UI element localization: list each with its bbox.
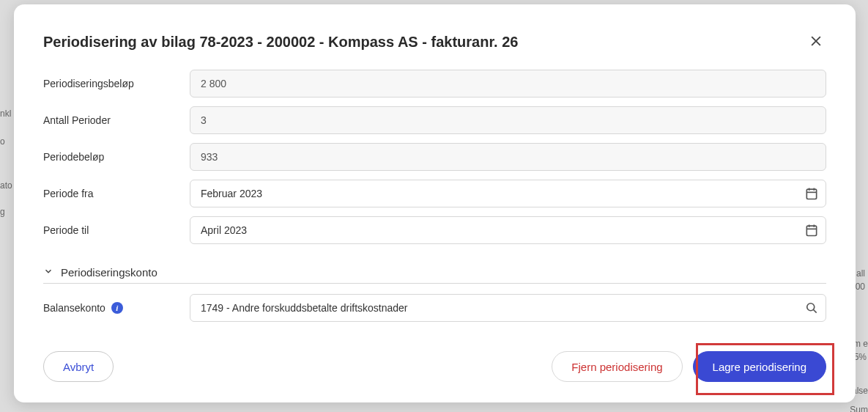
bg-text: ato <box>0 180 12 191</box>
save-periodisering-button[interactable]: Lagre periodisering <box>693 351 826 382</box>
label-to: Periode til <box>43 224 190 236</box>
modal-header: Periodisering av bilag 78-2023 - 200002 … <box>43 31 826 54</box>
close-icon <box>809 40 823 51</box>
svg-line-11 <box>814 310 817 313</box>
modal-title: Periodisering av bilag 78-2023 - 200002 … <box>43 34 518 51</box>
input-to[interactable] <box>190 216 826 244</box>
close-button[interactable] <box>806 31 826 54</box>
row-amount: Periodiseringsbeløp <box>43 70 826 98</box>
remove-periodisering-button[interactable]: Fjern periodisering <box>552 351 682 382</box>
divider <box>43 283 826 284</box>
label-period-amount: Periodebeløp <box>43 151 190 163</box>
input-amount[interactable] <box>190 70 826 98</box>
modal-footer: Avbryt Fjern periodisering Lagre periodi… <box>43 336 826 382</box>
input-from[interactable] <box>190 180 826 207</box>
bg-text: g <box>0 207 5 217</box>
row-periods: Antall Perioder <box>43 106 826 134</box>
svg-rect-6 <box>806 226 816 235</box>
label-balance-account: Balansekonto i <box>43 302 190 314</box>
bg-text: Sum <box>850 405 868 412</box>
row-balance-account: Balansekonto i <box>43 294 826 322</box>
svg-point-10 <box>807 304 815 311</box>
label-from: Periode fra <box>43 188 190 199</box>
label-amount: Periodiseringsbeløp <box>43 78 190 89</box>
bg-text: 5% <box>854 352 867 362</box>
label-periods: Antall Perioder <box>43 114 190 126</box>
search-icon[interactable] <box>804 301 819 315</box>
calendar-icon[interactable] <box>804 223 819 238</box>
input-periods[interactable] <box>190 106 826 134</box>
bg-text: nkl <box>0 108 11 119</box>
row-from: Periode fra <box>43 180 826 207</box>
bg-text: all <box>856 268 865 279</box>
bg-text: 00 <box>856 282 865 292</box>
info-icon[interactable]: i <box>111 302 123 314</box>
section-title: Periodiseringskonto <box>61 266 157 279</box>
periodisering-modal: Periodisering av bilag 78-2023 - 200002 … <box>14 4 856 402</box>
bg-text: o <box>0 136 5 147</box>
row-to: Periode til <box>43 216 826 244</box>
row-period-amount: Periodebeløp <box>43 143 826 171</box>
section-toggle-account[interactable]: Periodiseringskonto <box>43 266 826 279</box>
chevron-down-icon <box>43 266 53 279</box>
calendar-icon[interactable] <box>804 186 819 201</box>
input-balance-account[interactable] <box>190 294 826 322</box>
svg-rect-2 <box>806 189 816 199</box>
cancel-button[interactable]: Avbryt <box>43 351 114 382</box>
input-period-amount[interactable] <box>190 143 826 171</box>
